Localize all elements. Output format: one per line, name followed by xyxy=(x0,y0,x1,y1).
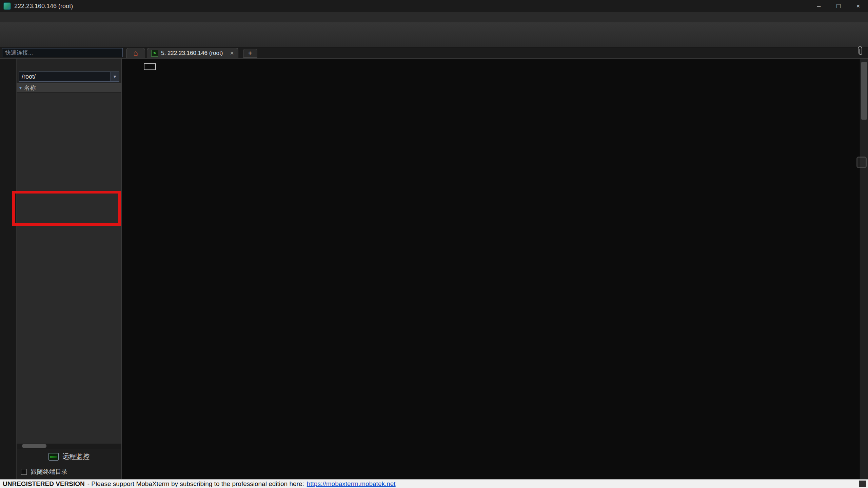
session-tab-label: 5. 222.23.160.146 (root) xyxy=(161,50,223,57)
current-path: /root/ xyxy=(22,73,36,80)
remote-monitor-icon xyxy=(48,453,59,461)
sidebar-horizontal-scrollbar[interactable] xyxy=(17,444,121,449)
attachment-paperclip-icon[interactable] xyxy=(857,46,864,57)
quick-connect-input[interactable] xyxy=(2,48,123,57)
sftp-sidebar: /root/ ▾ ▾ 名称 远程监控 跟随终端目录 xyxy=(17,59,122,479)
status-grip-icon xyxy=(859,481,866,487)
new-tab-button[interactable]: + xyxy=(243,49,257,58)
hidden-note-icon xyxy=(856,157,867,168)
mobaxterm-banner xyxy=(144,63,156,70)
home-icon: ⌂ xyxy=(133,48,138,58)
sort-icon: ▾ xyxy=(19,85,22,90)
terminal[interactable] xyxy=(122,59,860,479)
left-icon-strip xyxy=(0,59,17,479)
hscrollbar-thumb[interactable] xyxy=(22,444,46,448)
follow-terminal-label: 跟随终端目录 xyxy=(31,468,67,476)
window-title: 222.23.160.146 (root) xyxy=(14,3,73,10)
unregistered-label: UNREGISTERED VERSION xyxy=(3,480,85,488)
remote-monitor-label: 远程监控 xyxy=(62,452,90,461)
terminal-tab-icon: > xyxy=(151,50,158,57)
session-tab[interactable]: > 5. 222.23.160.146 (root) × xyxy=(147,48,238,58)
path-row: /root/ ▾ xyxy=(17,71,121,83)
status-message: - Please support MobaXterm by subscribin… xyxy=(87,480,304,488)
scrollbar-thumb[interactable] xyxy=(861,62,867,120)
title-bar: 222.23.160.146 (root) – □ × xyxy=(0,0,868,12)
name-column-header[interactable]: ▾ 名称 xyxy=(17,83,121,93)
tab-close-icon[interactable]: × xyxy=(230,49,234,57)
home-tab[interactable]: ⌂ xyxy=(126,48,145,58)
follow-terminal-row: 跟随终端目录 xyxy=(17,464,121,479)
status-link[interactable]: https://mobaxterm.mobatek.net xyxy=(307,480,396,488)
status-bar: UNREGISTERED VERSION - Please support Mo… xyxy=(0,479,868,488)
minimize-button[interactable]: – xyxy=(809,0,829,12)
toolbar xyxy=(0,22,868,47)
name-column-label: 名称 xyxy=(24,84,36,92)
window-controls: – □ × xyxy=(809,0,868,12)
menu-bar xyxy=(0,12,868,22)
maximize-button[interactable]: □ xyxy=(829,0,848,12)
dropdown-arrow-icon[interactable]: ▾ xyxy=(110,72,119,81)
close-button[interactable]: × xyxy=(848,0,868,12)
sidebar-toolbar xyxy=(17,59,121,71)
follow-terminal-checkbox[interactable] xyxy=(21,469,27,475)
mobaxterm-window: 222.23.160.146 (root) – □ × ⌂ > 5. 222.2… xyxy=(0,0,868,488)
remote-monitor-button[interactable]: 远程监控 xyxy=(17,449,121,464)
file-list xyxy=(17,93,121,444)
terminal-scrollbar[interactable] xyxy=(860,59,868,479)
main-area: /root/ ▾ ▾ 名称 远程监控 跟随终端目录 xyxy=(0,59,868,479)
tab-bar: ⌂ > 5. 222.23.160.146 (root) × + xyxy=(0,47,868,59)
app-logo-icon xyxy=(3,2,11,10)
path-dropdown[interactable]: /root/ ▾ xyxy=(19,72,119,82)
